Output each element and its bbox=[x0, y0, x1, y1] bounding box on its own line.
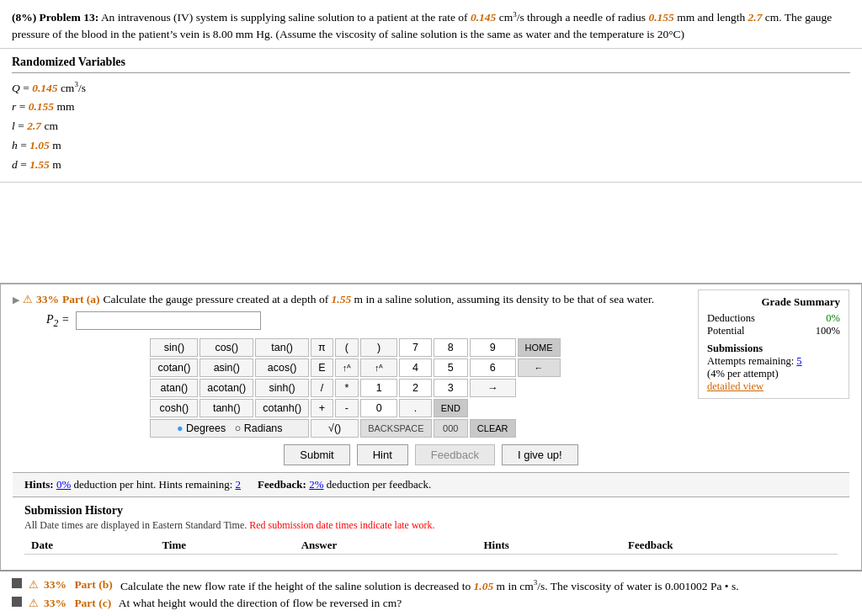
calc-rparen[interactable]: ) bbox=[360, 338, 397, 357]
calc-dot[interactable]: . bbox=[399, 399, 431, 417]
hints-label: Hints: 0% deduction per hint. Hints rema… bbox=[24, 478, 241, 491]
attempts-row: Attempts remaining: 5 bbox=[707, 355, 840, 368]
calc-backspace[interactable]: BACKSPACE bbox=[360, 419, 431, 438]
calc-sin[interactable]: sin() bbox=[150, 338, 198, 357]
problem-cm3: cm3 bbox=[496, 11, 516, 24]
radians-radio-icon: ○ bbox=[235, 422, 242, 434]
degrees-label[interactable]: Degrees bbox=[186, 422, 226, 434]
calculator: sin() cos() tan() π ( ) 7 8 9 HOME cotan… bbox=[148, 337, 561, 439]
calc-sup1[interactable]: ↑ᴬ bbox=[335, 358, 359, 377]
calc-home[interactable]: HOME bbox=[518, 338, 561, 357]
submission-history-note: All Date times are displayed in Eastern … bbox=[24, 519, 838, 532]
calc-1[interactable]: 1 bbox=[360, 379, 397, 397]
part-b-icon bbox=[12, 578, 22, 588]
part-b-label: Part (b) bbox=[72, 578, 113, 592]
calc-mult[interactable]: * bbox=[335, 379, 359, 397]
calc-asin[interactable]: asin() bbox=[200, 358, 253, 377]
calc-acotan[interactable]: acotan() bbox=[200, 379, 253, 397]
calc-pi[interactable]: π bbox=[311, 338, 333, 357]
deg-rad-row: ● Degrees ○ Radians bbox=[150, 419, 309, 438]
calc-cosh[interactable]: cosh() bbox=[150, 399, 198, 417]
q-value: 0.145 bbox=[471, 11, 496, 24]
calc-sinh[interactable]: sinh() bbox=[255, 379, 309, 397]
calc-5[interactable]: 5 bbox=[434, 358, 468, 377]
var-Q: Q = 0.145 cm3/s bbox=[12, 78, 850, 98]
part-a-question: Calculate the gauge pressure created at … bbox=[104, 293, 698, 306]
calc-7[interactable]: 7 bbox=[399, 338, 431, 357]
calc-4[interactable]: 4 bbox=[399, 358, 431, 377]
calc-cos[interactable]: cos() bbox=[200, 338, 253, 357]
calc-lparen[interactable]: ( bbox=[335, 338, 359, 357]
col-hints: Hints bbox=[477, 537, 621, 555]
calc-clear[interactable]: CLEAR bbox=[470, 419, 516, 438]
var-r: r = 0.155 mm bbox=[12, 98, 850, 117]
calc-8[interactable]: 8 bbox=[434, 338, 468, 357]
degrees-radio-icon: ● bbox=[177, 422, 184, 434]
problem-text-before: An intravenous (IV) system is supplying … bbox=[101, 11, 471, 24]
calc-9[interactable]: 9 bbox=[470, 338, 516, 357]
calc-right-arrow[interactable]: → bbox=[470, 379, 516, 397]
depth-value: 1.55 bbox=[332, 293, 352, 305]
calc-e[interactable]: E bbox=[311, 358, 333, 377]
col-answer: Answer bbox=[295, 537, 477, 555]
part-c-text: At what height would the direction of fl… bbox=[116, 597, 402, 610]
calc-cotanh[interactable]: cotanh() bbox=[255, 399, 309, 417]
calc-6[interactable]: 6 bbox=[470, 358, 516, 377]
part-c-icon bbox=[12, 597, 22, 607]
deductions-val: 0% bbox=[826, 312, 840, 325]
attempts-val[interactable]: 5 bbox=[796, 355, 801, 367]
l-value-inline: 2.7 bbox=[748, 11, 763, 24]
give-up-button[interactable]: I give up! bbox=[502, 444, 578, 465]
var-h: h = 1.05 m bbox=[12, 136, 850, 156]
col-feedback: Feedback bbox=[621, 537, 838, 555]
part-a-arrow: ▶ bbox=[13, 295, 19, 305]
calc-atan[interactable]: atan() bbox=[150, 379, 198, 397]
attempts-label: Attempts remaining: bbox=[707, 355, 794, 367]
feedback-info: Feedback: 2% deduction per feedback. bbox=[258, 478, 431, 491]
problem-text-after-q2: /s through a needle of radius bbox=[517, 11, 649, 24]
detailed-view-link[interactable]: detailed view bbox=[707, 380, 840, 393]
grade-summary: Grade Summary Deductions 0% Potential 10… bbox=[698, 289, 849, 399]
hints-remaining-link[interactable]: 2 bbox=[236, 478, 242, 491]
grade-summary-title: Grade Summary bbox=[707, 295, 840, 309]
part-b-text: Calculate the new flow rate if the heigh… bbox=[118, 578, 739, 593]
potential-label: Potential bbox=[707, 325, 744, 337]
hint-button[interactable]: Hint bbox=[357, 444, 408, 465]
part-a-label: Part (a) bbox=[62, 293, 100, 306]
calc-acos[interactable]: acos() bbox=[255, 358, 309, 377]
r-value-inline: 0.155 bbox=[648, 11, 673, 24]
calc-plus[interactable]: + bbox=[311, 399, 333, 417]
calc-sqrt[interactable]: √() bbox=[311, 419, 359, 438]
calc-2[interactable]: 2 bbox=[399, 379, 431, 397]
var-d: d = 1.55 m bbox=[12, 156, 850, 175]
problem-header: (8%) Problem 13: bbox=[12, 11, 98, 24]
calc-end[interactable]: END bbox=[434, 399, 468, 417]
part-c-label: Part (c) bbox=[72, 597, 111, 610]
answer-label: P2 = bbox=[46, 313, 69, 329]
attempts-note: (4% per attempt) bbox=[707, 368, 840, 380]
deductions-label: Deductions bbox=[707, 312, 755, 325]
feedback-pct-link[interactable]: 2% bbox=[309, 478, 323, 491]
calc-0[interactable]: 0 bbox=[360, 399, 397, 417]
calc-sup2[interactable]: ↑ᴬ bbox=[360, 358, 397, 377]
calc-minus[interactable]: - bbox=[335, 399, 359, 417]
col-date: Date bbox=[24, 537, 155, 555]
submission-history-title: Submission History bbox=[24, 504, 838, 518]
calc-tan[interactable]: tan() bbox=[255, 338, 309, 357]
calc-cotan[interactable]: cotan() bbox=[150, 358, 198, 377]
hints-pct-link[interactable]: 0% bbox=[56, 478, 71, 491]
radians-label[interactable]: Radians bbox=[244, 422, 283, 434]
answer-input[interactable] bbox=[76, 311, 261, 330]
calc-tanh[interactable]: tanh() bbox=[200, 399, 253, 417]
submissions-title: Submissions bbox=[707, 343, 840, 355]
var-l: l = 2.7 cm bbox=[12, 117, 850, 136]
calc-000[interactable]: 000 bbox=[434, 419, 468, 438]
problem-text-after-r: mm and length bbox=[674, 11, 748, 24]
calc-3[interactable]: 3 bbox=[434, 379, 468, 397]
part-a-pct: 33% bbox=[36, 293, 59, 306]
submission-history-table: Date Time Answer Hints Feedback bbox=[24, 537, 838, 555]
submit-button[interactable]: Submit bbox=[284, 444, 349, 465]
calc-backspace-arrow[interactable]: ← bbox=[518, 358, 561, 377]
calc-div[interactable]: / bbox=[311, 379, 333, 397]
feedback-button[interactable]: Feedback bbox=[415, 444, 495, 465]
